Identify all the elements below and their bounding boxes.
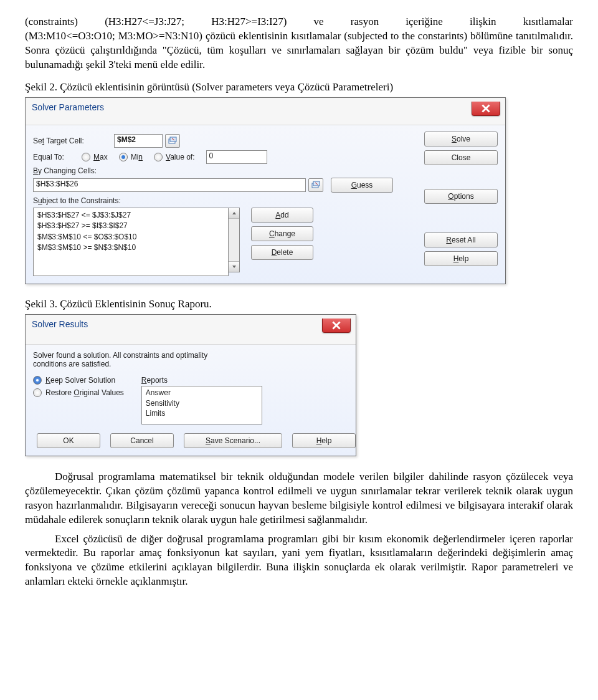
value-of-input[interactable]: 0 xyxy=(206,150,267,164)
figcap-1: Şekil 2. Çözücü eklentisinin görüntüsü (… xyxy=(25,81,573,93)
changing-cells-input[interactable]: $H$3:$H$26 xyxy=(33,178,306,192)
chevron-down-icon xyxy=(232,264,237,269)
scroll-up-button[interactable] xyxy=(229,208,239,219)
radio-min-label: Min xyxy=(131,153,143,161)
guess-button[interactable]: Guess xyxy=(331,178,393,193)
dialog2-title: Solver Results xyxy=(32,319,88,329)
close-button[interactable] xyxy=(472,102,500,116)
radio-restore-values[interactable]: Restore Original Values xyxy=(33,388,124,397)
subject-label: Subject to the Constraints: xyxy=(33,196,121,205)
constraint-row: $M$3:$M$10 >= $N$3:$N$10 xyxy=(37,242,224,253)
radio-min[interactable]: Min xyxy=(119,153,143,161)
radio-keep-label: Keep Solver Solution xyxy=(45,376,115,385)
close-dialog-button[interactable]: Close xyxy=(424,150,498,165)
save-scenario-button[interactable]: Save Scenario... xyxy=(184,433,282,448)
cell-picker-icon xyxy=(311,181,320,189)
solve-button[interactable]: Solve xyxy=(424,132,498,146)
constraint-row: $H$3:$H$27 >= $I$3:$I$27 xyxy=(37,221,224,231)
close-icon xyxy=(332,321,341,330)
target-cell-picker[interactable] xyxy=(165,134,180,148)
report-item: Answer xyxy=(146,388,258,398)
cells-picker[interactable] xyxy=(308,178,323,192)
chevron-up-icon xyxy=(232,211,237,216)
close-icon xyxy=(482,104,490,113)
radio-valueof-label: Value of: xyxy=(166,153,195,161)
constraint-row: $M$3:$M$10 <= $O$3:$O$10 xyxy=(37,232,224,242)
radio-restore-label: Restore Original Values xyxy=(45,388,124,397)
constraint-row: $H$3:$H$27 <= $J$3:$J$27 xyxy=(37,210,224,221)
reports-listbox[interactable]: Answer Sensitivity Limits xyxy=(141,386,262,424)
figcap-2: Şekil 3. Çözücü Eklentisinin Sonuç Rapor… xyxy=(25,298,573,310)
delete-button[interactable]: Delete xyxy=(251,245,313,260)
end-paragraph-1: Doğrusal programlama matematiksel bir te… xyxy=(25,470,573,527)
intro-paragraph-b: (M3:M10<=O3:O10; M3:MO>=N3:N10) çözücü e… xyxy=(25,29,573,72)
listbox-scrollbar[interactable] xyxy=(229,208,240,272)
scroll-down-button[interactable] xyxy=(229,261,239,272)
solver-parameters-dialog: Solver Parameters Set Target Cell: $M$2 xyxy=(25,97,506,284)
set-target-label: Set Target Cell: xyxy=(33,137,114,145)
cell-picker-icon xyxy=(168,137,177,145)
constraints-listbox[interactable]: $H$3:$H$27 <= $J$3:$J$27 $H$3:$H$27 >= $… xyxy=(33,208,229,276)
radio-max[interactable]: Max xyxy=(82,153,108,161)
equal-to-label: Equal To: xyxy=(33,153,82,161)
result-msg-2: conditions are satisfied. xyxy=(33,360,348,368)
help-button[interactable]: Help xyxy=(424,251,498,266)
radio-max-label: Max xyxy=(93,153,108,161)
result-msg-1: Solver found a solution. All constraints… xyxy=(33,351,348,360)
reset-all-button[interactable]: Reset All xyxy=(424,233,498,247)
close-button[interactable] xyxy=(322,319,351,333)
dialog-title: Solver Parameters xyxy=(32,102,104,112)
by-cells-label: By Changing Cells: xyxy=(33,166,114,175)
solver-results-dialog: Solver Results Solver found a solution. … xyxy=(25,314,356,456)
radio-keep-solution[interactable]: Keep Solver Solution xyxy=(33,376,124,385)
add-button[interactable]: Add xyxy=(251,208,313,223)
report-item: Limits xyxy=(146,408,258,419)
options-button[interactable]: Options xyxy=(424,189,498,204)
reports-label: Reports xyxy=(141,376,262,385)
end-paragraph-2: Excel çözücüsü de diğer doğrusal program… xyxy=(25,532,573,590)
report-item: Sensitivity xyxy=(146,398,258,409)
radio-valueof[interactable]: Value of: xyxy=(154,153,195,161)
target-cell-input[interactable]: $M$2 xyxy=(114,134,163,148)
cancel-button[interactable]: Cancel xyxy=(110,433,174,448)
help-button2[interactable]: Help xyxy=(292,433,356,448)
ok-button[interactable]: OK xyxy=(37,433,100,448)
change-button[interactable]: Change xyxy=(251,226,313,241)
intro-paragraph-a: (constraints) (H3:H27<=J3:J27; H3:H27>=I… xyxy=(25,15,573,29)
